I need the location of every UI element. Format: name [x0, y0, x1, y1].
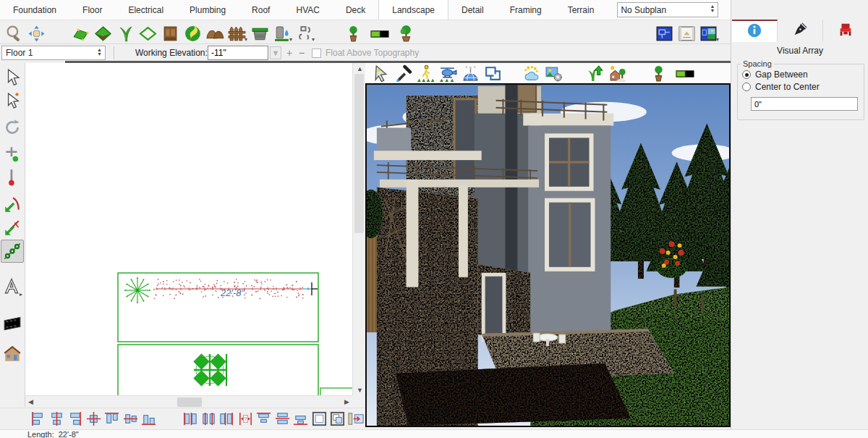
- spacing-value-input[interactable]: [751, 97, 858, 111]
- spinner-icon[interactable]: ▲▼: [97, 48, 102, 56]
- menu-tab-framing[interactable]: Framing: [497, 0, 555, 20]
- menu-tab-hvac[interactable]: HVAC: [283, 0, 332, 20]
- view-plan-button[interactable]: [653, 22, 676, 43]
- menu-tab-foundation[interactable]: Foundation: [0, 0, 69, 20]
- info-tab[interactable]: [732, 20, 778, 42]
- tree-pot-tool-button[interactable]: [395, 22, 417, 43]
- menu-tab-deck[interactable]: Deck: [333, 0, 378, 20]
- align-middle-button[interactable]: [122, 410, 140, 429]
- plan-horizontal-scrollbar[interactable]: ◀ ▶: [25, 395, 352, 408]
- scroll-left-icon[interactable]: ◀: [28, 398, 33, 405]
- spinner-icon[interactable]: ▲▼: [710, 4, 715, 13]
- zoom-tool-button[interactable]: [3, 22, 25, 43]
- berm-tool-button[interactable]: [204, 22, 226, 43]
- elevation-plus-button[interactable]: +: [284, 46, 295, 59]
- center-both-button[interactable]: [85, 410, 103, 429]
- edge-red-button[interactable]: [347, 410, 366, 429]
- align-right-button[interactable]: [66, 410, 85, 429]
- grow-plants-tool-button[interactable]: [584, 63, 606, 84]
- helicopter-tool-button[interactable]: [437, 63, 459, 84]
- orbit-dome-tool-button[interactable]: [459, 63, 482, 84]
- radio-center-to-center[interactable]: Center to Center: [742, 82, 864, 92]
- sprinkler-area-tool-button[interactable]: [137, 22, 159, 43]
- align-left-button[interactable]: [29, 410, 48, 429]
- grass-plant-tool-button[interactable]: [114, 22, 137, 43]
- place-point-tool-button[interactable]: [1, 143, 24, 166]
- dropdown-caret-icon[interactable]: ▸: [20, 291, 22, 298]
- render-settings-tool-button[interactable]: [542, 63, 565, 84]
- working-elevation-input[interactable]: [208, 46, 268, 60]
- home-3d-tool-button[interactable]: [1, 342, 24, 366]
- walk-tool-button[interactable]: [414, 63, 437, 84]
- rotate-tool-button[interactable]: [1, 116, 24, 139]
- plant-symbol-diamond[interactable]: [194, 354, 226, 386]
- lawn-tool-button[interactable]: [69, 22, 92, 43]
- furniture-tab[interactable]: [823, 20, 868, 42]
- radio-gap-between[interactable]: Gap Between: [742, 70, 864, 80]
- garden-bed-tool-button[interactable]: [92, 22, 114, 43]
- growth-slider-button[interactable]: [365, 22, 395, 43]
- season-tool-button[interactable]: [606, 63, 629, 84]
- space-center-button[interactable]: [199, 410, 218, 429]
- elevation-dropdown-button[interactable]: ▼: [270, 46, 281, 59]
- sprinkler-head-tool-button[interactable]: ▾: [294, 22, 316, 43]
- select-3d-tool-button[interactable]: [370, 63, 392, 84]
- frame-overlap-button[interactable]: [328, 410, 347, 429]
- space-equal-button[interactable]: ?: [236, 410, 255, 429]
- plant-pot-tool-button[interactable]: [647, 63, 670, 84]
- plan-vertical-scrollbar[interactable]: ▲ ▼: [352, 63, 365, 395]
- align-top-button[interactable]: [103, 410, 122, 429]
- pan-tool-button[interactable]: [25, 22, 48, 43]
- dropdown-caret-icon[interactable]: ▾: [716, 36, 719, 43]
- scroll-down-icon[interactable]: ▼: [357, 387, 363, 394]
- eyedropper-tool-button[interactable]: [392, 63, 414, 84]
- scroll-right-icon[interactable]: ▶: [344, 398, 349, 405]
- view-3d-button[interactable]: ▾: [698, 22, 720, 43]
- planting-bed-3[interactable]: [320, 388, 352, 395]
- place-marker-tool-button[interactable]: [1, 166, 24, 189]
- elevation-minus-button[interactable]: −: [296, 46, 307, 59]
- dropdown-caret-icon[interactable]: ▾: [289, 36, 292, 43]
- frame-square-button[interactable]: [310, 410, 328, 429]
- vertical-scroll-thumb[interactable]: [354, 74, 364, 233]
- dropdown-caret-icon[interactable]: ▾: [312, 36, 315, 43]
- scroll-up-icon[interactable]: ▲: [357, 65, 363, 72]
- menu-tab-floor[interactable]: Floor: [69, 0, 115, 20]
- menu-tab-detail[interactable]: Detail: [448, 0, 497, 20]
- dropdown-caret-icon[interactable]: ▾: [244, 36, 247, 43]
- space-right-button[interactable]: [218, 410, 237, 429]
- subplan-select[interactable]: No Subplan ▲▼: [617, 2, 718, 17]
- outdoor-furniture-tool-button[interactable]: [159, 22, 182, 43]
- plant-pot-tool-button[interactable]: [342, 22, 365, 43]
- menu-tab-terrain[interactable]: Terrain: [555, 0, 608, 20]
- select-arrow-button[interactable]: [1, 66, 24, 89]
- radio-icon[interactable]: [742, 83, 751, 91]
- curve-line-tool-button[interactable]: [1, 193, 24, 216]
- row-bottom-button[interactable]: [292, 410, 310, 429]
- menu-tab-landscape[interactable]: Landscape: [378, 0, 448, 20]
- fountain-tool-button[interactable]: ▾: [271, 22, 294, 43]
- break-line-tool-button[interactable]: [1, 216, 24, 240]
- growth-slider-button[interactable]: [670, 63, 700, 84]
- align-center-button[interactable]: [48, 410, 67, 429]
- plant-array-tool-button[interactable]: [1, 240, 24, 263]
- radio-icon[interactable]: [742, 70, 751, 79]
- plant-symbol-radial[interactable]: [124, 277, 150, 303]
- weather-tool-button[interactable]: [520, 63, 542, 84]
- space-left-button[interactable]: [181, 410, 200, 429]
- view-elevation-button[interactable]: [676, 22, 698, 43]
- walkthrough-tool-button[interactable]: [1, 312, 24, 335]
- align-bottom-button[interactable]: [140, 410, 158, 429]
- horizontal-scroll-thumb[interactable]: [177, 397, 202, 407]
- select-similar-button[interactable]: [1, 89, 24, 112]
- text-tool-button[interactable]: ▸: [1, 274, 24, 298]
- render-3d-view[interactable]: [365, 83, 731, 427]
- fence-tool-button[interactable]: ▾: [226, 22, 249, 43]
- menu-tab-plumbing[interactable]: Plumbing: [176, 0, 239, 20]
- pen-tab[interactable]: [778, 20, 823, 42]
- float-topography-checkbox[interactable]: [312, 49, 321, 58]
- menu-tab-electrical[interactable]: Electrical: [115, 0, 176, 20]
- planting-bed-1[interactable]: [118, 273, 318, 342]
- menu-tab-roof[interactable]: Roof: [239, 0, 283, 20]
- pathway-tool-button[interactable]: [182, 22, 204, 43]
